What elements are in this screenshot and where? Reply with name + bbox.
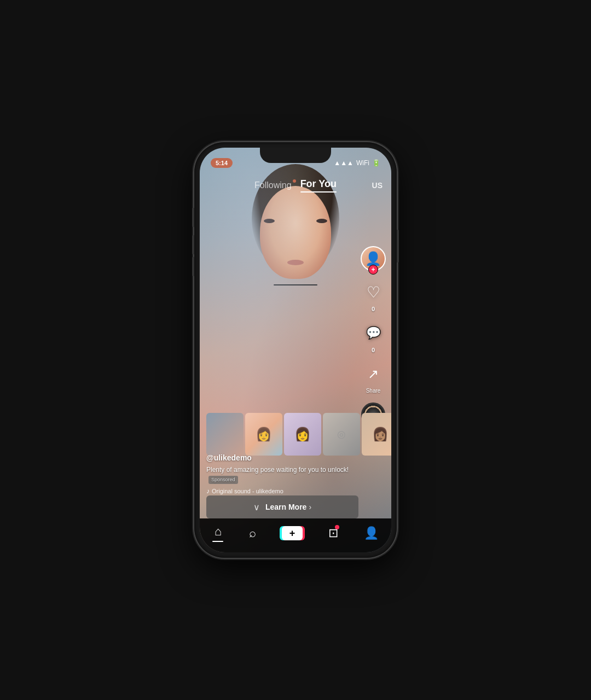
sound-name: Original sound - ulikedemo bbox=[212, 488, 283, 494]
signal-icon: ▲▲▲ bbox=[334, 159, 354, 167]
notch bbox=[260, 148, 331, 163]
comment-count: 0 bbox=[372, 347, 375, 353]
home-icon: ⌂ bbox=[215, 524, 222, 539]
status-icons: ▲▲▲ WiFi 🔋 bbox=[334, 159, 380, 167]
thumbnail-item[interactable]: 👩 bbox=[284, 413, 321, 456]
arrow-icon: › bbox=[309, 503, 311, 511]
description-area: @ulikedemo Plenty of amazing pose waitin… bbox=[206, 453, 358, 495]
follow-plus-button[interactable]: + bbox=[368, 265, 378, 275]
following-notification-dot bbox=[293, 179, 296, 183]
nav-search[interactable]: ⌕ bbox=[249, 526, 256, 540]
nav-profile[interactable]: 👤 bbox=[364, 526, 379, 540]
nav-inbox[interactable]: ⊡ bbox=[328, 526, 338, 540]
heart-icon: ♡ bbox=[361, 280, 385, 304]
region-label: US bbox=[372, 181, 383, 190]
creator-avatar[interactable]: 👤 + bbox=[361, 246, 386, 271]
bottom-navigation: ⌂ ⌕ + ⊡ 👤 bbox=[200, 518, 391, 552]
foryou-tab[interactable]: For You bbox=[300, 178, 337, 192]
create-plus-icon: + bbox=[282, 526, 303, 540]
battery-icon: 🔋 bbox=[372, 159, 380, 167]
wifi-icon: WiFi bbox=[356, 159, 369, 167]
share-label: Share bbox=[366, 388, 381, 394]
like-count: 0 bbox=[372, 306, 375, 312]
thumbnail-strip: 👩 👩 ◎ 👩🏽 bbox=[200, 413, 391, 457]
create-button-group: + bbox=[282, 526, 303, 540]
learn-more-label: Learn More bbox=[265, 503, 306, 511]
profile-icon: 👤 bbox=[364, 526, 379, 540]
chevron-down-icon: ∨ bbox=[253, 502, 260, 512]
nav-create[interactable]: + bbox=[282, 526, 303, 540]
sponsored-badge: Sponsored bbox=[208, 476, 238, 484]
following-tab[interactable]: Following bbox=[254, 180, 292, 190]
username-label[interactable]: @ulikedemo bbox=[206, 453, 358, 462]
like-button[interactable]: ♡ 0 bbox=[361, 280, 385, 312]
learn-more-button[interactable]: ∨ Learn More › bbox=[206, 495, 358, 518]
share-button[interactable]: ↗ Share bbox=[361, 362, 385, 394]
thumbnail-item[interactable]: 👩 bbox=[245, 413, 282, 456]
description-text: Plenty of amazing pose waiting for you t… bbox=[206, 465, 358, 484]
inbox-notification-dot bbox=[335, 525, 339, 529]
music-note-icon: ♪ bbox=[206, 487, 210, 495]
thumbnail-item[interactable]: 👩🏽 bbox=[362, 413, 391, 456]
side-actions: 👤 + ♡ 0 💬 0 ↗ Share bbox=[361, 246, 386, 427]
share-icon: ↗ bbox=[361, 362, 385, 386]
top-navigation: Following For You US bbox=[200, 172, 391, 199]
phone-device: 5:14 ▲▲▲ WiFi 🔋 Following For You US 👤 + bbox=[194, 142, 397, 558]
home-active-indicator bbox=[212, 541, 223, 542]
sound-info[interactable]: ♪ Original sound - ulikedemo bbox=[206, 487, 358, 495]
comment-button[interactable]: 💬 0 bbox=[361, 321, 385, 353]
nav-home[interactable]: ⌂ bbox=[212, 524, 223, 542]
status-time: 5:14 bbox=[211, 158, 233, 168]
phone-screen: 5:14 ▲▲▲ WiFi 🔋 Following For You US 👤 + bbox=[200, 148, 391, 552]
thumbnail-item[interactable]: ◎ bbox=[323, 413, 360, 456]
comment-icon: 💬 bbox=[361, 321, 385, 345]
search-icon: ⌕ bbox=[249, 526, 256, 540]
thumbnail-item[interactable] bbox=[206, 413, 244, 456]
